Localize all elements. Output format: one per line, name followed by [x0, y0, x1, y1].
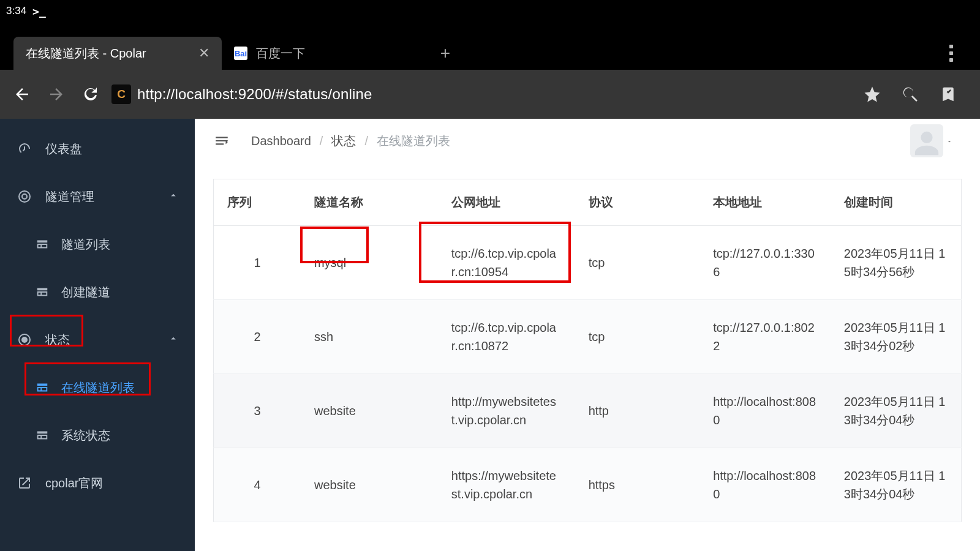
- star-icon[interactable]: [856, 78, 888, 110]
- table-icon: [34, 236, 50, 252]
- table-row: 4 website https://mywebsitetest.vip.cpol…: [214, 448, 962, 522]
- page: 仪表盘 隧道管理 隧道列表 创建隧道 状态: [0, 119, 980, 551]
- cell-name: ssh: [301, 300, 438, 374]
- sidebar-item-tunnel-list[interactable]: 隧道列表: [0, 220, 195, 268]
- content: 序列 隧道名称 公网地址 协议 本地地址 创建时间 1 mysql tcp://…: [195, 163, 980, 538]
- cell-public: https://mywebsitetest.vip.cpolar.cn: [438, 448, 575, 522]
- cell-created: 2023年05月11日 13时34分04秒: [831, 448, 962, 522]
- cell-local: http://localhost:8080: [699, 374, 831, 448]
- cell-seq: 2: [214, 300, 301, 374]
- tab-bar: 在线隧道列表 - Cpolar ✕ Bai 百度一下 +: [0, 22, 980, 70]
- sidebar-label: 系统状态: [61, 427, 110, 444]
- cell-created: 2023年05月11日 13时34分04秒: [831, 374, 962, 448]
- table-row: 3 website http://mywebsitetest.vip.cpola…: [214, 374, 962, 448]
- cell-protocol: http: [575, 374, 700, 448]
- sidebar-item-dashboard[interactable]: 仪表盘: [0, 125, 195, 173]
- user-menu[interactable]: [910, 124, 965, 157]
- tab-active[interactable]: 在线隧道列表 - Cpolar ✕: [13, 37, 222, 70]
- sidebar-item-tunnel-mgmt[interactable]: 隧道管理: [0, 173, 195, 220]
- table-header-row: 序列 隧道名称 公网地址 协议 本地地址 创建时间: [214, 179, 962, 226]
- site-icon: C: [111, 84, 131, 104]
- avatar-icon: [910, 124, 943, 157]
- cell-seq: 3: [214, 374, 301, 448]
- search-icon[interactable]: [894, 78, 926, 110]
- close-icon[interactable]: ✕: [198, 45, 209, 61]
- breadcrumb: Dashboard / 状态 / 在线隧道列表: [251, 133, 450, 149]
- sidebar-item-system-status[interactable]: 系统状态: [0, 411, 195, 459]
- cell-name: website: [301, 374, 438, 448]
- table-row: 2 ssh tcp://6.tcp.vip.cpolar.cn:10872 tc…: [214, 300, 962, 374]
- bookmark-icon[interactable]: [932, 78, 964, 110]
- cell-public: tcp://6.tcp.vip.cpolar.cn:10954: [438, 226, 575, 300]
- tab-title: 百度一下: [256, 45, 305, 62]
- breadcrumb-current: 在线隧道列表: [377, 133, 450, 149]
- cell-name: mysql: [301, 226, 438, 300]
- target-icon: [16, 188, 33, 205]
- cell-public: tcp://6.tcp.vip.cpolar.cn:10872: [438, 300, 575, 374]
- tunnels-table: 序列 隧道名称 公网地址 协议 本地地址 创建时间 1 mysql tcp://…: [213, 179, 962, 522]
- new-tab-button[interactable]: +: [430, 37, 461, 70]
- tab-other[interactable]: Bai 百度一下: [222, 37, 430, 70]
- th-public: 公网地址: [438, 179, 575, 226]
- cell-local: http://localhost:8080: [699, 448, 831, 522]
- cell-local: tcp://127.0.0.1:8022: [699, 300, 831, 374]
- android-status-bar: 3:34 >_: [0, 0, 980, 22]
- forward-button[interactable]: [39, 77, 74, 111]
- menu-toggle-button[interactable]: [209, 129, 234, 153]
- terminal-icon: >_: [32, 5, 46, 18]
- cell-seq: 4: [214, 448, 301, 522]
- sidebar: 仪表盘 隧道管理 隧道列表 创建隧道 状态: [0, 119, 195, 551]
- breadcrumb-status[interactable]: 状态: [331, 133, 356, 149]
- sidebar-item-cpolar-site[interactable]: cpolar官网: [0, 459, 195, 507]
- main: Dashboard / 状态 / 在线隧道列表 序列: [195, 119, 980, 551]
- cell-created: 2023年05月11日 15时34分56秒: [831, 226, 962, 300]
- breadcrumb-separator: /: [364, 134, 368, 148]
- cell-public: http://mywebsitetest.vip.cpolar.cn: [438, 374, 575, 448]
- highlight-box-sidebar-online: [24, 362, 151, 395]
- highlight-box-sidebar-status: [10, 315, 83, 347]
- caret-down-icon: [946, 134, 953, 148]
- breadcrumb-dashboard[interactable]: Dashboard: [251, 134, 311, 148]
- sidebar-item-create-tunnel[interactable]: 创建隧道: [0, 268, 195, 316]
- table-icon: [34, 427, 50, 443]
- cell-protocol: tcp: [575, 226, 700, 300]
- sidebar-label: 创建隧道: [61, 284, 110, 301]
- cell-protocol: https: [575, 448, 700, 522]
- page-header: Dashboard / 状态 / 在线隧道列表: [195, 119, 980, 163]
- sidebar-label: cpolar官网: [45, 475, 103, 492]
- chevron-up-icon: [168, 333, 179, 347]
- browser-menu-icon[interactable]: [936, 37, 967, 70]
- gauge-icon: [16, 140, 33, 157]
- cell-name: website: [301, 448, 438, 522]
- cell-local: tcp://127.0.0.1:3306: [699, 226, 831, 300]
- url-input[interactable]: http://localhost:9200/#/status/online: [137, 86, 856, 103]
- chevron-up-icon: [168, 190, 179, 204]
- th-protocol: 协议: [575, 179, 700, 226]
- status-time: 3:34: [6, 5, 26, 17]
- sidebar-label: 仪表盘: [45, 141, 82, 157]
- reload-button[interactable]: [74, 77, 108, 111]
- sidebar-label: 隧道管理: [45, 189, 94, 205]
- cell-seq: 1: [214, 226, 301, 300]
- breadcrumb-separator: /: [320, 134, 323, 148]
- th-name: 隧道名称: [301, 179, 438, 226]
- table-row: 1 mysql tcp://6.tcp.vip.cpolar.cn:10954 …: [214, 226, 962, 300]
- browser-chrome: 在线隧道列表 - Cpolar ✕ Bai 百度一下 + C http://lo…: [0, 22, 980, 119]
- sidebar-label: 隧道列表: [61, 236, 110, 253]
- th-seq: 序列: [214, 179, 301, 226]
- back-button[interactable]: [5, 77, 39, 111]
- cell-protocol: tcp: [575, 300, 700, 374]
- th-created: 创建时间: [831, 179, 962, 226]
- external-link-icon: [16, 474, 33, 492]
- table-icon: [34, 284, 50, 300]
- cell-created: 2023年05月11日 13时34分02秒: [831, 300, 962, 374]
- url-bar: C http://localhost:9200/#/status/online: [0, 70, 980, 119]
- tab-title: 在线隧道列表 - Cpolar: [26, 45, 146, 62]
- th-local: 本地地址: [699, 179, 831, 226]
- favicon-baidu-icon: Bai: [234, 47, 247, 60]
